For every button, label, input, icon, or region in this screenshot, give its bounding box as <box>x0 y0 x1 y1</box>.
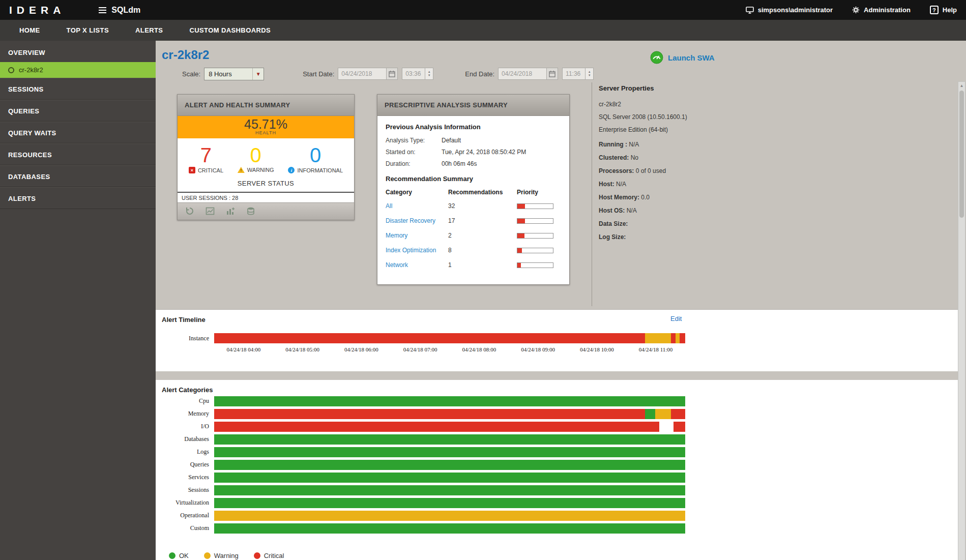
priority-bar-fill <box>517 204 525 209</box>
server-property: Host: N/A <box>599 181 767 188</box>
user-sessions-count: USER SESSIONS : 28 <box>178 193 354 202</box>
start-time-input[interactable] <box>402 68 425 80</box>
scale-value: 8 Hours <box>204 70 252 78</box>
chart-report-button[interactable] <box>205 207 215 217</box>
scale-select[interactable]: 8 Hours ▼ <box>204 68 264 80</box>
nav-custom-dashboards[interactable]: CUSTOM DASHBOARDS <box>176 20 284 41</box>
server-property: Clustered: No <box>599 154 767 161</box>
recommendation-count: 1 <box>448 261 517 269</box>
informational-label: INFORMATIONAL <box>297 167 343 173</box>
prescriptive-body: Previous Analysis Information Analysis T… <box>377 116 569 284</box>
end-date-input[interactable] <box>498 68 547 80</box>
gauge-icon <box>650 51 663 64</box>
scroll-thumb[interactable] <box>959 91 964 218</box>
row-label: Instance <box>156 335 214 342</box>
sidebar-item-sessions[interactable]: SESSIONS <box>0 78 156 100</box>
menu-toggle[interactable]: SQLdm <box>99 6 140 15</box>
bar-segment-ok <box>214 523 685 534</box>
vertical-scrollbar[interactable]: ▲ <box>958 81 965 560</box>
user-icon <box>746 7 754 14</box>
sidebar-item-queries[interactable]: QUERIES <box>0 100 156 122</box>
gear-icon <box>852 6 860 14</box>
database-button[interactable] <box>246 207 256 217</box>
bar-segment-critical <box>671 409 685 419</box>
priority-bar-fill <box>517 263 521 268</box>
start-time-stepper[interactable]: ▲ ▼ <box>425 68 433 80</box>
recommendation-rows: All32Disaster Recovery17Memory2Index Opt… <box>386 202 561 269</box>
stacked-bar <box>214 523 685 534</box>
recommendation-category-link[interactable]: All <box>386 202 448 210</box>
priority-bar <box>517 203 553 209</box>
alert-categories-row: Virtualization <box>156 496 958 509</box>
add-counter-button[interactable] <box>225 207 236 217</box>
bar-segment-gap <box>659 422 674 432</box>
health-percentage: 45.71% <box>178 117 354 132</box>
end-date-group <box>498 68 558 80</box>
warning-stat: 0 ! WARNING <box>238 144 274 173</box>
start-date-input[interactable] <box>338 68 387 80</box>
recommendation-category-link[interactable]: Disaster Recovery <box>386 217 448 224</box>
end-date-calendar-button[interactable] <box>547 68 558 80</box>
duration-label: Duration: <box>386 160 442 167</box>
row-label: Custom <box>156 524 214 532</box>
sidebar-item-query-waits[interactable]: QUERY WAITS <box>0 122 156 143</box>
informational-count[interactable]: 0 <box>288 144 343 166</box>
stacked-bar <box>214 333 685 343</box>
sidebar-item-databases[interactable]: DATABASES <box>0 165 156 187</box>
critical-label-row: × CRITICAL <box>189 167 223 173</box>
app-name: SQLdm <box>111 6 140 15</box>
warning-count[interactable]: 0 <box>238 144 274 166</box>
user-menu[interactable]: simpsons\administrator <box>746 6 833 14</box>
property-label: Host: <box>599 181 614 188</box>
duration-value: 00h 06m 46s <box>442 160 477 167</box>
nav-alerts[interactable]: ALERTS <box>122 20 176 41</box>
alert-timeline-row: Instance <box>156 332 958 344</box>
property-value: 0.0 <box>639 194 650 201</box>
bar-segment-warning <box>676 333 680 343</box>
sidebar-item-overview[interactable]: OVERVIEW <box>0 41 156 62</box>
end-time-group: ▲ ▼ <box>562 68 594 80</box>
priority-bar <box>517 248 553 253</box>
row-label: Services <box>156 474 214 481</box>
help-button[interactable]: ? Help <box>930 6 957 14</box>
administration-button[interactable]: Administration <box>852 6 911 14</box>
scroll-up-arrow[interactable]: ▲ <box>958 82 965 90</box>
informational-label-row: i INFORMATIONAL <box>288 167 343 173</box>
refresh-button[interactable] <box>185 207 195 217</box>
server-property: Processors: 0 of 0 used <box>599 167 767 174</box>
alert-timeline-title: Alert Timeline <box>156 310 958 323</box>
bar-segment-ok <box>214 460 685 470</box>
nav-top-x-lists[interactable]: TOP X LISTS <box>53 20 122 41</box>
edit-timeline-link[interactable]: Edit <box>670 315 682 322</box>
sidebar-item-resources[interactable]: RESOURCES <box>0 143 156 165</box>
property-label: Log Size: <box>599 233 626 241</box>
administration-label: Administration <box>864 6 911 14</box>
sidebar-item-server[interactable]: cr-2k8r2 <box>0 62 156 78</box>
recommendation-count: 2 <box>448 232 517 239</box>
alert-categories-row: Sessions <box>156 484 958 496</box>
sidebar-item-alerts[interactable]: ALERTS <box>0 187 156 209</box>
legend-label: OK <box>179 552 189 559</box>
recommendation-category-link[interactable]: Memory <box>386 232 448 239</box>
axis-tick: 04/24/18 04:00 <box>214 346 273 352</box>
server-properties-fields: Running : N/AClustered: NoProcessors: 0 … <box>599 141 767 241</box>
launch-swa-button[interactable]: Launch SWA <box>650 51 715 64</box>
end-time-input[interactable] <box>562 68 586 80</box>
start-date-calendar-button[interactable] <box>387 68 398 80</box>
main-content: cr-2k8r2 Scale: 8 Hours ▼ Start Date: ▲ … <box>156 41 966 560</box>
end-time-stepper[interactable]: ▲ ▼ <box>586 68 594 80</box>
top-bar: IDERA SQLdm simpsons\administrator Admin… <box>0 0 966 20</box>
property-value: No <box>629 154 638 161</box>
recommendation-category-link[interactable]: Network <box>386 261 448 269</box>
calendar-icon <box>389 71 395 77</box>
help-icon: ? <box>930 6 939 14</box>
priority-bar <box>517 233 553 239</box>
critical-count[interactable]: 7 <box>189 144 223 166</box>
launch-swa-label: Launch SWA <box>668 53 715 62</box>
recommendation-category-link[interactable]: Index Optimization <box>386 247 448 254</box>
nav-home[interactable]: HOME <box>6 20 53 41</box>
analysis-type-value: Default <box>442 137 461 144</box>
health-score-banner: 45.71% HEALTH <box>178 116 354 138</box>
property-value: 0 of 0 used <box>634 167 666 174</box>
legend-label: Warning <box>214 552 239 559</box>
